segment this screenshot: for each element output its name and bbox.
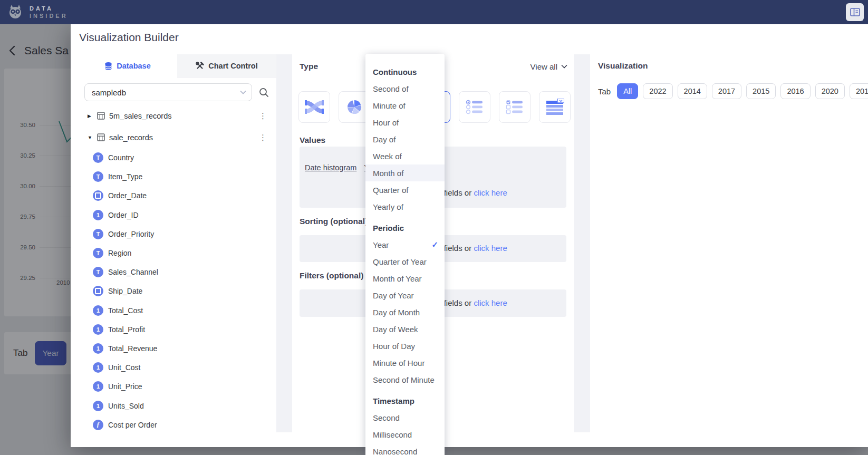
menu-item-label: Year: [373, 240, 389, 249]
menu-item[interactable]: Nanosecond: [365, 443, 445, 455]
date-glyph: [95, 192, 101, 199]
year-chip[interactable]: 2022: [643, 83, 672, 99]
menu-item[interactable]: Day of: [365, 131, 445, 148]
menu-item[interactable]: Second: [365, 409, 445, 426]
year-chip[interactable]: 2015: [746, 83, 776, 99]
field-item[interactable]: 1Units_Sold: [78, 396, 276, 415]
table-tree-item[interactable]: ▼sale_records⋮: [78, 127, 276, 148]
menu-item[interactable]: Month of: [365, 164, 445, 181]
menu-item-label: Yearly of: [373, 202, 403, 211]
menu-item[interactable]: Hour of Day: [365, 337, 445, 354]
kebab-menu-icon[interactable]: ⋮: [259, 111, 267, 121]
tab-database-label: Database: [117, 62, 150, 70]
menu-item[interactable]: Minute of Hour: [365, 354, 445, 371]
date-glyph: [95, 288, 101, 294]
field-item[interactable]: 1Total_Revenue: [78, 339, 276, 358]
year-chip[interactable]: 2020: [815, 83, 845, 99]
menu-item[interactable]: Day of Month: [365, 304, 445, 321]
menu-section-header: Periodic: [365, 219, 445, 236]
field-item[interactable]: TCountry: [78, 148, 276, 167]
field-item[interactable]: 1Order_ID: [78, 206, 276, 225]
field-name: Cost per Order: [108, 421, 157, 429]
menu-item[interactable]: Year✓: [365, 236, 445, 253]
year-chip[interactable]: 2011: [850, 83, 868, 99]
value-pill[interactable]: Date histogram: [305, 163, 356, 172]
field-item[interactable]: TSales_Channel: [78, 263, 276, 282]
caret-down-icon[interactable]: ▼: [88, 135, 94, 140]
table-tree-item[interactable]: ▶5m_sales_records⋮: [78, 105, 276, 127]
caret-right-icon[interactable]: ▶: [88, 113, 94, 119]
database-select[interactable]: [84, 83, 252, 101]
magnifier-icon[interactable]: [258, 87, 269, 98]
chart-type-tile[interactable]: [298, 91, 330, 123]
top-navbar: DATA INSIDER: [0, 0, 868, 24]
brand[interactable]: DATA INSIDER: [6, 3, 68, 21]
chart-type-tile[interactable]: [499, 91, 531, 123]
number-field-icon: 1: [93, 305, 103, 316]
menu-item-label: Day of: [373, 135, 396, 144]
year-chip[interactable]: 2014: [678, 83, 707, 99]
chevron-down-icon: [240, 91, 246, 94]
function-glyph: ƒ: [97, 421, 100, 429]
field-item[interactable]: TRegion: [78, 244, 276, 263]
menu-item-label: Week of: [373, 152, 402, 161]
field-item[interactable]: 1Unit_Price: [78, 377, 276, 396]
click-here-link[interactable]: click here: [474, 188, 507, 197]
text-field-icon: T: [93, 267, 103, 277]
field-item[interactable]: ƒCost per Order: [78, 415, 276, 434]
tab-row-label: Tab: [598, 87, 611, 96]
pie-icon: [345, 99, 363, 115]
field-item[interactable]: 1Total_Cost: [78, 301, 276, 320]
field-item[interactable]: 1Unit_Cost: [78, 358, 276, 377]
field-item[interactable]: 1Total_Profit: [78, 320, 276, 339]
chart-type-tile[interactable]: [539, 91, 571, 123]
click-here-link[interactable]: click here: [474, 244, 507, 253]
visualization-builder-modal: Visualization Builder Database: [71, 24, 868, 447]
field-item[interactable]: Order_Date: [78, 186, 276, 205]
field-name: Item_Type: [108, 172, 142, 181]
menu-item-label: Second of Minute: [373, 375, 435, 384]
date-field-icon: [93, 190, 103, 201]
menu-item[interactable]: Second of: [365, 80, 445, 97]
menu-item[interactable]: Millisecond: [365, 426, 445, 443]
table-name: sale_records: [109, 133, 153, 142]
menu-item[interactable]: Minute of: [365, 97, 445, 114]
menu-item[interactable]: Week of: [365, 148, 445, 164]
number-field-icon: 1: [93, 324, 103, 335]
menu-item[interactable]: Month of Year: [365, 270, 445, 287]
chart-type-tile[interactable]: [459, 91, 490, 123]
table-icon: [545, 99, 564, 115]
visualization-panel: Visualization Tab All2022201420172015201…: [590, 54, 868, 432]
menu-item[interactable]: Second of Minute: [365, 371, 445, 388]
click-here-link[interactable]: click here: [474, 298, 507, 307]
tab-chart-control[interactable]: Chart Control: [177, 54, 276, 78]
text-field-icon: T: [93, 248, 103, 258]
year-chip[interactable]: 2017: [712, 83, 741, 99]
field-name: Unit_Cost: [108, 363, 140, 372]
field-name: Order_Date: [108, 191, 147, 200]
field-item[interactable]: Ship_Date: [78, 282, 276, 301]
database-panel: Database Chart Control: [78, 54, 276, 432]
field-name: Order_Priority: [108, 230, 154, 238]
menu-item-label: Month of Year: [373, 274, 422, 283]
menu-item[interactable]: Day of Year: [365, 287, 445, 304]
modal-title: Visualization Builder: [79, 31, 179, 44]
menu-item-label: Quarter of: [373, 186, 409, 195]
year-chip[interactable]: All: [617, 83, 638, 99]
menu-item[interactable]: Quarter of Year: [365, 253, 445, 270]
visualization-header: Visualization: [598, 61, 648, 71]
tab-database[interactable]: Database: [78, 54, 177, 78]
view-all-button[interactable]: View all: [531, 62, 567, 71]
menu-item[interactable]: Day of Week: [365, 321, 445, 337]
database-select-value[interactable]: [92, 88, 240, 97]
menu-item[interactable]: Hour of: [365, 114, 445, 131]
kebab-menu-icon[interactable]: ⋮: [259, 133, 267, 142]
dashboard-icon[interactable]: [846, 3, 864, 21]
field-item[interactable]: TOrder_Priority: [78, 225, 276, 244]
field-item[interactable]: TItem_Type: [78, 167, 276, 186]
menu-item[interactable]: Quarter of: [365, 181, 445, 198]
year-chip[interactable]: 2016: [780, 83, 810, 99]
brand-line1: DATA: [30, 5, 68, 12]
panel-tabs: Database Chart Control: [78, 54, 276, 78]
menu-item[interactable]: Yearly of: [365, 198, 445, 215]
